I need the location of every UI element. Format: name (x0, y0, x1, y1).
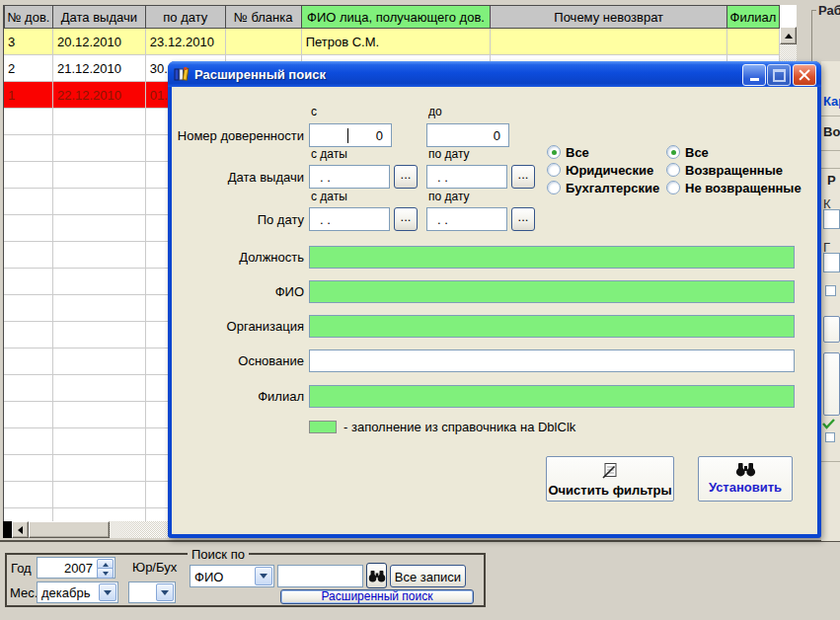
chevron-down-icon (104, 590, 112, 595)
radio-not-returned[interactable]: Не возвращенные (666, 179, 802, 196)
arrow-down-icon (103, 572, 109, 576)
close-button[interactable] (793, 64, 816, 86)
number-from-label: с (311, 105, 317, 118)
cell-issue-date: 20.12.2010 (53, 29, 146, 55)
issue-date-to-input[interactable]: . . (426, 165, 507, 189)
radio-type-accounting[interactable]: Бухгалтерские (547, 179, 659, 196)
issue-date-from-input[interactable]: . . (309, 165, 390, 189)
due-date-from-picker-button[interactable]: ... (394, 207, 418, 231)
cell-fio: Петров С.М. (302, 29, 492, 55)
all-records-button[interactable]: Все записи (390, 565, 466, 587)
radio-icon (666, 181, 680, 194)
divider (821, 150, 840, 151)
find-button[interactable] (366, 563, 387, 588)
right-field2-input[interactable] (823, 253, 840, 272)
cell-number: 3 (4, 29, 53, 55)
number-to-value: 0 (427, 124, 508, 143)
due-date-to-picker-button[interactable]: ... (511, 207, 535, 231)
close-icon (799, 69, 810, 81)
jur-buh-dropdown-button[interactable] (156, 583, 174, 601)
right-tab-label[interactable]: Кар (823, 94, 840, 109)
year-spin-down[interactable] (97, 568, 114, 579)
issue-date-from-picker-button[interactable]: ... (394, 165, 418, 189)
grid-header-row: № дов. Дата выдачи по дату № бланка ФИО … (4, 5, 780, 29)
issue-date-to-picker-button[interactable]: ... (511, 165, 535, 189)
month-dropdown-button[interactable] (99, 583, 116, 601)
cell-branch (727, 29, 780, 55)
text-cursor (347, 128, 348, 143)
cell-blank (226, 29, 302, 55)
jur-buh-combobox[interactable] (128, 581, 176, 603)
radio-type-all[interactable]: Все (547, 143, 659, 161)
basis-input[interactable] (309, 349, 795, 372)
apply-filters-label: Установить (699, 480, 792, 495)
check-icon (822, 419, 835, 429)
column-header-fio[interactable]: ФИО лица, получающего дов. (302, 5, 492, 29)
organization-input[interactable] (309, 315, 795, 338)
return-radio-group: Все Возвращенные Не возвращенные (666, 143, 802, 196)
radio-returned[interactable]: Возвращенные (666, 161, 802, 179)
minimize-button[interactable] (742, 64, 766, 86)
fio-field-label: ФИО (172, 284, 304, 299)
due-date-from-input[interactable]: . . (309, 207, 390, 231)
cell-until-date: 23.12.2010 (146, 29, 226, 55)
legend-green-swatch (309, 421, 337, 433)
position-input[interactable] (309, 246, 795, 269)
dialog-title: Расширенный поиск (194, 67, 326, 82)
fio-input[interactable] (309, 280, 795, 303)
column-header-number[interactable]: № дов. (4, 5, 53, 29)
apply-filters-button[interactable]: Установить (698, 456, 793, 502)
cell-reason (491, 29, 727, 55)
number-to-input[interactable]: 0 (426, 123, 509, 147)
radio-label: Не возвращенные (685, 181, 802, 195)
radio-icon (547, 163, 561, 177)
radio-return-all[interactable]: Все (666, 143, 802, 161)
clear-filters-button[interactable]: Очистить фильтры (546, 456, 674, 502)
right-button-fragment[interactable] (823, 316, 840, 343)
maximize-button[interactable] (767, 64, 791, 86)
due-to-label: по дату (428, 190, 470, 203)
branch-input[interactable] (309, 385, 795, 408)
right-checkbox[interactable] (825, 432, 835, 442)
right-checkbox[interactable] (825, 285, 836, 296)
column-header-branch[interactable]: Филиал (727, 5, 780, 29)
column-header-reason[interactable]: Почему невозврат (491, 5, 727, 29)
scroll-left-button[interactable] (12, 521, 29, 538)
radio-icon (666, 145, 680, 159)
clear-filters-label: Очистить фильтры (547, 483, 673, 498)
due-date-to-input[interactable]: . . (426, 207, 507, 231)
arrow-left-icon (18, 526, 23, 534)
panel-divider (0, 540, 840, 542)
search-input[interactable] (277, 565, 363, 587)
branch-field-label: Филиал (172, 389, 304, 404)
column-header-blank[interactable]: № бланка (226, 5, 302, 29)
number-from-input[interactable]: 0 (309, 123, 392, 147)
year-label: Год (11, 561, 32, 576)
year-spinner[interactable]: 2007 (37, 557, 115, 579)
right-section-label: Р (827, 173, 836, 188)
table-row[interactable]: 3 20.12.2010 23.12.2010 Петров С.М. (4, 29, 780, 55)
right-field1-input[interactable] (823, 209, 840, 229)
search-by-combobox[interactable]: ФИО (190, 565, 274, 587)
due-from-label: с даты (311, 190, 347, 203)
radio-label: Бухгалтерские (566, 181, 659, 195)
right-button-fragment[interactable] (823, 352, 840, 416)
scroll-up-button[interactable] (780, 27, 797, 44)
dialog-titlebar[interactable]: Расширенный поиск (168, 61, 821, 87)
binoculars-icon (368, 570, 386, 582)
advanced-search-button[interactable]: Расширенный поиск (280, 589, 474, 604)
application-window: № дов. Дата выдачи по дату № бланка ФИО … (0, 0, 840, 620)
hscroll-thumb[interactable] (29, 521, 110, 538)
column-header-until-date[interactable]: по дату (146, 5, 226, 29)
search-by-dropdown-button[interactable] (255, 567, 272, 585)
right-item-label[interactable]: Во (823, 124, 840, 139)
legend-text: - заполнение из справочника на DblClk (344, 420, 575, 434)
column-header-issue-date[interactable]: Дата выдачи (53, 5, 146, 29)
month-combobox[interactable]: декабрь (37, 581, 118, 603)
radio-type-legal[interactable]: Юридические (547, 161, 659, 179)
issue-from-label: с даты (311, 147, 347, 161)
divider (821, 116, 840, 116)
cell-issue-date: 22.12.2010 (53, 82, 146, 109)
right-panel-strip: Кар Во Р К Г (821, 61, 840, 541)
window-icon (174, 66, 190, 82)
